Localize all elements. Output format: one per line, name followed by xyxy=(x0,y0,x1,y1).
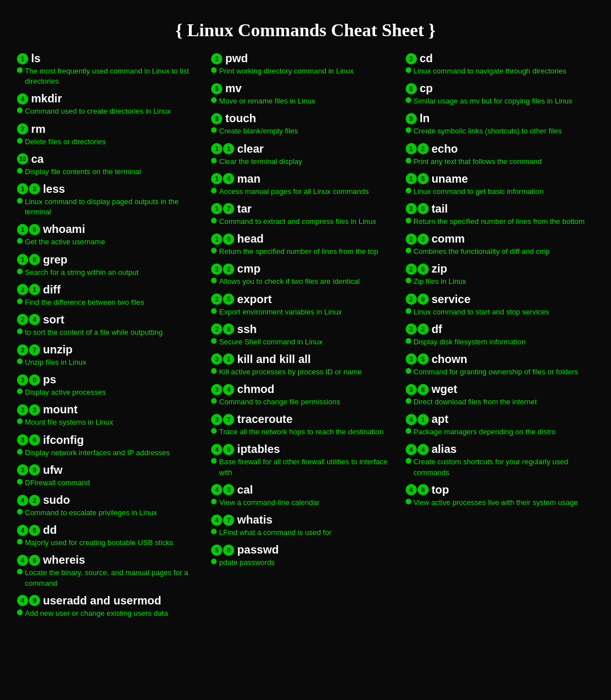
command-block: 22 cmpAllows you to check if two files a… xyxy=(211,262,399,287)
command-name: ufw xyxy=(43,464,62,477)
command-block: 3 cdLinux command to navigate through di… xyxy=(406,52,594,76)
bullet-dot xyxy=(211,248,217,253)
description-text: Find the difference between two files xyxy=(25,297,144,308)
description-text: Direct download files from the internet xyxy=(414,397,537,407)
description-text: Delete files or directories xyxy=(25,137,106,147)
command-number: 45 xyxy=(17,525,41,536)
command-description: Return the specified number of lines fro… xyxy=(406,217,594,227)
number-circle: 2 xyxy=(29,495,40,506)
command-number: 6 xyxy=(406,83,418,94)
command-description: Similar usage as mv but for copying file… xyxy=(406,96,594,106)
command-name: kill and kill all xyxy=(237,353,311,366)
description-text: Base firewall for all other firewall uti… xyxy=(219,457,399,477)
description-text: Mount file systems in Linux xyxy=(25,417,113,427)
command-title: 30 ps xyxy=(17,373,205,386)
command-number: 21 xyxy=(17,284,41,295)
bullet-dot xyxy=(17,479,23,485)
command-number: 4 xyxy=(17,93,29,105)
command-name: chown xyxy=(432,353,467,366)
command-name: service xyxy=(432,293,471,306)
bullet-dot xyxy=(211,428,217,434)
command-name: head xyxy=(237,232,264,245)
description-text: LFind what a command is used for xyxy=(219,528,332,538)
command-number: 40 xyxy=(211,444,235,455)
command-description: Linux command to navigate through direct… xyxy=(406,66,594,76)
command-title: 3 cd xyxy=(406,52,594,65)
command-title: 34 chmod xyxy=(211,383,399,396)
bullet-dot xyxy=(406,67,411,73)
command-title: 25 export xyxy=(211,293,399,306)
bullet-dot xyxy=(211,529,217,534)
command-description: Print working directory command in Linux xyxy=(211,66,399,76)
description-text: Access manual pages for all Linux comman… xyxy=(219,187,368,197)
number-circle: 4 xyxy=(211,444,222,455)
bullet-dot xyxy=(406,398,411,404)
command-title: 21 diff xyxy=(17,283,205,296)
bullet-dot xyxy=(17,449,23,455)
command-description: Secure Shell command in Linux xyxy=(211,337,399,347)
command-description: Command used to create directories in Li… xyxy=(17,106,205,116)
number-circle: 10 xyxy=(17,153,28,165)
number-circle: 0 xyxy=(418,203,429,214)
command-name: man xyxy=(237,172,260,185)
number-circle: 2 xyxy=(418,323,429,335)
command-name: sort xyxy=(43,313,64,326)
command-title: 41 apt xyxy=(406,413,594,426)
description-text: Command to extract and compress files in… xyxy=(219,217,376,227)
command-block: 34 chmodCommand to change file permissio… xyxy=(211,383,399,407)
number-circle: 2 xyxy=(211,263,222,275)
column-3: 3 cdLinux command to navigate through di… xyxy=(406,52,594,624)
number-circle: 3 xyxy=(17,404,28,416)
number-circle: 5 xyxy=(418,353,429,365)
command-block: 36 ifconfigDisplay network interfaces an… xyxy=(17,434,205,458)
command-number: 37 xyxy=(211,414,235,425)
command-block: 1 lsThe most frequently used command in … xyxy=(17,52,205,87)
bullet-dot xyxy=(211,559,217,564)
command-name: comm xyxy=(432,232,465,245)
number-circle: 4 xyxy=(211,484,222,495)
command-number: 36 xyxy=(17,434,41,446)
command-number: 7 xyxy=(17,123,29,135)
bullet-dot xyxy=(17,610,23,615)
command-description: Command to extract and compress files in… xyxy=(211,217,399,227)
number-circle: 1 xyxy=(406,173,417,184)
command-number: 24 xyxy=(17,314,41,325)
command-title: 32 df xyxy=(406,323,594,336)
command-title: 13 less xyxy=(17,183,205,196)
command-number: 5 xyxy=(211,83,223,94)
description-text: Print working directory command in Linux xyxy=(219,66,354,76)
command-title: 7 rm xyxy=(17,123,205,136)
number-circle: 2 xyxy=(17,284,28,295)
description-text: Locate the binary, source, and manual pa… xyxy=(25,568,205,588)
command-block: 39 ufwDFirewall command xyxy=(17,464,205,488)
command-number: 12 xyxy=(406,143,429,154)
number-circle: 1 xyxy=(406,143,417,154)
command-title: 6 cp xyxy=(406,82,594,95)
command-block: 20 tailReturn the specified number of li… xyxy=(406,202,594,227)
bullet-dot xyxy=(211,67,217,73)
bullet-dot xyxy=(17,269,23,274)
number-circle: 1 xyxy=(223,353,234,365)
description-text: Command for granting ownership of files … xyxy=(414,367,578,377)
number-circle: 7 xyxy=(223,515,234,526)
command-number: 46 xyxy=(17,555,41,566)
command-name: chmod xyxy=(237,383,274,396)
command-block: 28 sshSecure Shell command in Linux xyxy=(211,323,399,347)
command-block: 13 lessLinux command to display paged ou… xyxy=(17,183,205,217)
command-block: 35 chownCommand for granting ownership o… xyxy=(406,353,594,377)
column-1: 1 lsThe most frequently used command in … xyxy=(17,52,205,624)
command-number: 14 xyxy=(211,173,235,184)
command-description: Clear the terminal display xyxy=(211,157,399,167)
number-circle: 9 xyxy=(29,464,40,476)
number-circle: 9 xyxy=(406,113,417,124)
number-circle: 8 xyxy=(211,113,222,124)
bullet-dot xyxy=(406,248,411,253)
number-circle: 3 xyxy=(406,323,417,335)
command-title: 26 zip xyxy=(406,262,594,275)
bullet-dot xyxy=(17,569,23,574)
command-number: 31 xyxy=(211,353,235,365)
bullet-dot xyxy=(211,338,217,344)
command-title: 11 clear xyxy=(211,142,399,155)
command-title: 45 dd xyxy=(17,524,205,537)
command-description: Export environment variables in Linux xyxy=(211,307,399,317)
